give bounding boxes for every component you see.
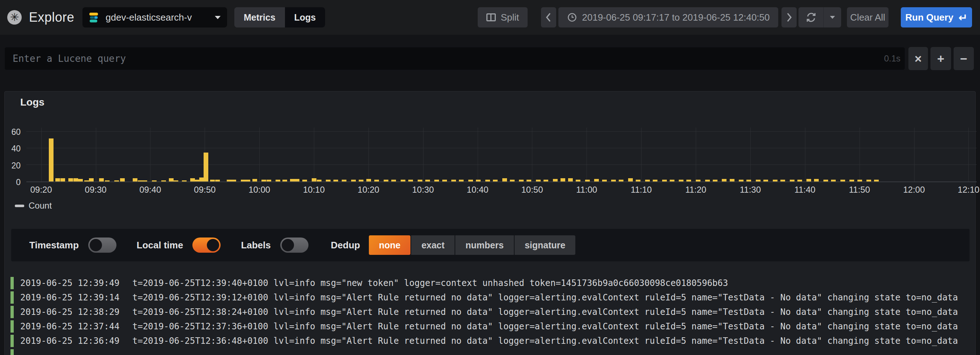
legend-count[interactable]: Count bbox=[15, 201, 52, 211]
histogram-bar bbox=[342, 180, 347, 181]
log-row[interactable]: 2019-06-25 12:36:49t=2019-06-25T12:36:48… bbox=[11, 334, 972, 348]
histogram-bar bbox=[215, 180, 220, 181]
histogram-bar bbox=[536, 180, 541, 181]
remove-query-button[interactable]: × bbox=[908, 47, 928, 70]
time-back-button[interactable] bbox=[541, 7, 556, 27]
log-row[interactable]: 2019-06-25 12:38:29t=2019-06-25T12:38:24… bbox=[11, 305, 972, 319]
histogram-bar bbox=[143, 180, 147, 181]
dedup-option-signature[interactable]: signature bbox=[515, 236, 576, 255]
log-row[interactable]: 2019-06-25 12:37:44t=2019-06-25T12:37:36… bbox=[11, 319, 972, 334]
histogram-bar bbox=[722, 179, 727, 181]
histogram-bar bbox=[585, 180, 590, 181]
log-level-marker bbox=[11, 320, 14, 333]
histogram-bar bbox=[451, 180, 456, 181]
add-query-button[interactable]: + bbox=[931, 47, 951, 70]
histogram-bar bbox=[662, 180, 667, 181]
histogram-bar bbox=[138, 180, 143, 181]
time-range-picker[interactable]: 2019-06-25 09:17:17 to 2019-06-25 12:40:… bbox=[558, 7, 778, 27]
clock-icon bbox=[567, 12, 577, 22]
y-tick-label: 20 bbox=[11, 161, 21, 170]
legend-label: Count bbox=[29, 201, 52, 211]
histogram-bar bbox=[746, 180, 751, 181]
histogram-bar bbox=[576, 180, 581, 181]
histogram-bar bbox=[560, 178, 565, 181]
x-tick-label: 10:30 bbox=[412, 185, 434, 195]
x-tick-label: 09:50 bbox=[194, 185, 216, 195]
x-tick-label: 12:00 bbox=[903, 185, 925, 195]
dedup-group: noneexactnumberssignature bbox=[369, 236, 576, 255]
elasticsearch-icon bbox=[89, 12, 100, 23]
histogram-bar bbox=[602, 180, 607, 181]
histogram-bar bbox=[696, 180, 700, 181]
chevron-right-icon bbox=[786, 12, 793, 23]
clear-all-button[interactable]: Clear All bbox=[847, 7, 889, 27]
histogram-bar bbox=[68, 178, 73, 181]
log-line: t=2019-06-25T12:39:12+0100 lvl=info msg=… bbox=[132, 293, 958, 302]
plus-icon: + bbox=[937, 52, 945, 66]
mode-tabs: MetricsLogs bbox=[234, 7, 325, 27]
x-tick-label: 10:20 bbox=[358, 185, 379, 195]
run-query-label: Run Query bbox=[905, 12, 953, 23]
log-level-marker bbox=[11, 335, 14, 347]
histogram-bar bbox=[408, 180, 413, 181]
run-query-button[interactable]: Run Query ↵ bbox=[901, 7, 972, 27]
collapse-query-button[interactable]: − bbox=[954, 47, 974, 70]
histogram-bar bbox=[485, 180, 490, 181]
histogram-bar bbox=[679, 180, 684, 181]
histogram-bar bbox=[245, 180, 250, 181]
histogram-bar bbox=[227, 180, 231, 181]
histogram-bar bbox=[391, 180, 396, 181]
histogram-bar bbox=[275, 180, 280, 181]
histogram-bar bbox=[195, 180, 200, 181]
histogram-bar bbox=[290, 179, 295, 181]
histogram-bar bbox=[807, 179, 811, 181]
histogram-bar bbox=[705, 180, 710, 181]
log-line: t=2019-06-25T12:38:24+0100 lvl=info msg=… bbox=[132, 307, 958, 317]
histogram-bar bbox=[670, 180, 675, 181]
histogram-bar bbox=[713, 180, 718, 181]
histogram-bar bbox=[493, 180, 498, 181]
refresh-interval-dropdown[interactable] bbox=[824, 16, 841, 19]
x-tick-label: 09:40 bbox=[139, 185, 161, 195]
log-row[interactable]: 2019-06-25 12:39:14t=2019-06-25T12:39:12… bbox=[11, 290, 972, 305]
lucene-query-input[interactable] bbox=[4, 47, 905, 70]
histogram-bar bbox=[55, 178, 60, 181]
histogram-bar bbox=[374, 180, 379, 181]
histogram-bar bbox=[312, 178, 317, 181]
histogram-bar bbox=[359, 180, 363, 181]
x-tick-label: 11:50 bbox=[849, 185, 870, 195]
tab-metrics[interactable]: Metrics bbox=[234, 7, 285, 27]
log-line: t=2019-06-25T12:37:36+0100 lvl=info msg=… bbox=[132, 322, 958, 331]
split-button[interactable]: Split bbox=[478, 7, 528, 27]
toggle-labels[interactable] bbox=[280, 237, 309, 253]
histogram-bar bbox=[790, 180, 794, 181]
grafana-logo[interactable]: ✳ bbox=[7, 10, 22, 25]
log-row-partial[interactable] bbox=[11, 348, 972, 355]
toggle-timestamp[interactable] bbox=[88, 237, 116, 253]
histogram-bar bbox=[645, 180, 650, 181]
toggle-local-time[interactable] bbox=[192, 237, 221, 253]
histogram-bar bbox=[468, 180, 473, 181]
histogram-bar bbox=[120, 178, 125, 181]
time-forward-button[interactable] bbox=[781, 7, 797, 27]
toggle-label-labels: Labels bbox=[241, 240, 270, 251]
histogram-bar bbox=[317, 180, 321, 181]
dedup-option-none[interactable]: none bbox=[369, 236, 411, 255]
histogram-bar bbox=[49, 138, 54, 181]
grafana-logo-icon: ✳ bbox=[10, 12, 19, 23]
refresh-button[interactable] bbox=[799, 12, 823, 23]
logs-panel-title: Logs bbox=[20, 97, 45, 108]
y-axis: 0204060 bbox=[5, 127, 23, 182]
log-line: t=2019-06-25T12:36:48+0100 lvl=info msg=… bbox=[132, 336, 958, 346]
datasource-picker[interactable]: gdev-elasticsearch-v bbox=[83, 7, 227, 27]
histogram-bar bbox=[384, 180, 388, 181]
legend-dash-icon bbox=[15, 205, 24, 207]
gridline bbox=[532, 127, 532, 181]
dedup-option-exact[interactable]: exact bbox=[411, 236, 455, 255]
logs-chart-plot[interactable] bbox=[26, 127, 977, 182]
gridline bbox=[26, 131, 977, 132]
tab-logs[interactable]: Logs bbox=[285, 7, 325, 27]
histogram-bar bbox=[60, 178, 65, 181]
dedup-option-numbers[interactable]: numbers bbox=[455, 236, 514, 255]
log-row[interactable]: 2019-06-25 12:39:49t=2019-06-25T12:39:40… bbox=[11, 276, 972, 290]
